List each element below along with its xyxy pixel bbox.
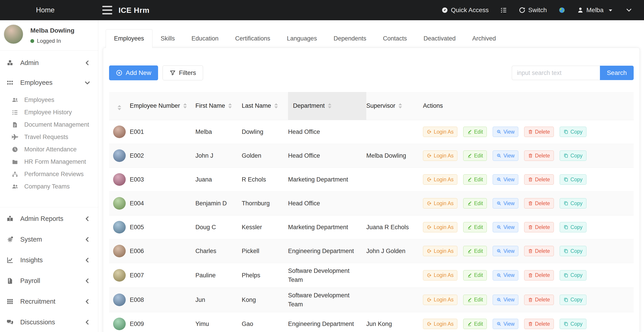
login-button[interactable]: Login As — [423, 198, 457, 208]
delete-button[interactable]: Delete — [524, 127, 554, 137]
delete-button[interactable]: Delete — [524, 198, 554, 208]
login-button[interactable]: Login As — [423, 127, 457, 137]
login-button[interactable]: Login As — [423, 319, 457, 329]
sidebar-item-payroll[interactable]: Payroll — [0, 270, 98, 291]
sidebar-subitem-document-management[interactable]: Document Management — [0, 118, 98, 131]
delete-button[interactable]: Delete — [524, 174, 554, 185]
column-header-supervisor[interactable]: Supervisor — [366, 92, 423, 120]
tab-languages[interactable]: Languages — [278, 29, 325, 48]
view-button[interactable]: View — [493, 174, 518, 185]
delete-button[interactable]: Delete — [524, 222, 554, 232]
language-globe-button[interactable] — [558, 7, 565, 14]
edit-button[interactable]: Edit — [463, 127, 487, 137]
sidebar-item-employees[interactable]: Employees — [0, 73, 98, 92]
column-header-employee-number[interactable]: Employee Number — [130, 92, 196, 120]
delete-button[interactable]: Delete — [524, 270, 554, 280]
department-cell: Engineering Department — [288, 239, 366, 263]
view-icon — [496, 153, 502, 158]
employee-number-cell: E008 — [130, 288, 196, 312]
copy-button[interactable]: Copy — [560, 270, 586, 280]
tab-deactivated[interactable]: Deactivated — [415, 29, 464, 48]
edit-button[interactable]: Edit — [463, 222, 487, 232]
collapse-navbar-chevron[interactable] — [626, 7, 632, 14]
column-header-last-name[interactable]: Last Name — [242, 92, 288, 120]
last-name-cell: Phelps — [242, 263, 288, 288]
login-button[interactable]: Login As — [423, 270, 457, 280]
view-button[interactable]: View — [493, 127, 518, 137]
department-cell: Marketing Department — [288, 168, 366, 192]
quick-access-button[interactable]: Quick Access — [442, 6, 488, 14]
edit-button[interactable]: Edit — [463, 246, 487, 256]
tasks-button[interactable] — [500, 7, 507, 14]
view-button[interactable]: View — [493, 150, 518, 161]
login-button[interactable]: Login As — [423, 246, 457, 256]
department-cell: Head Office — [288, 120, 366, 144]
action-label: Login As — [434, 176, 454, 183]
view-button[interactable]: View — [493, 319, 518, 329]
sidebar-subitem-hr-form-management[interactable]: HR Form Management — [0, 156, 98, 168]
tab-education[interactable]: Education — [183, 29, 227, 48]
copy-button[interactable]: Copy — [560, 319, 586, 329]
column-header-avatar[interactable] — [109, 92, 130, 120]
edit-button[interactable]: Edit — [463, 319, 487, 329]
sidebar-subitem-travel-requests[interactable]: Travel Requests — [0, 131, 98, 143]
sidebar-item-insights[interactable]: Insights — [0, 250, 98, 270]
copy-button[interactable]: Copy — [560, 295, 586, 305]
sidebar-item-system[interactable]: System — [0, 229, 98, 250]
first-name-cell: Yimu — [196, 312, 242, 332]
column-label: First Name — [196, 102, 225, 109]
sidebar-item-discussions[interactable]: Discussions — [0, 312, 98, 332]
copy-button[interactable]: Copy — [560, 127, 586, 137]
view-button[interactable]: View — [493, 198, 518, 208]
sidebar-subitem-performance-reviews[interactable]: Performance Reviews — [0, 168, 98, 180]
add-new-button[interactable]: Add New — [109, 66, 158, 80]
hamburger-menu-icon[interactable] — [102, 6, 112, 14]
copy-button[interactable]: Copy — [560, 174, 586, 185]
login-button[interactable]: Login As — [423, 150, 457, 161]
nav-home-link[interactable]: Home — [36, 0, 55, 20]
employee-avatar — [113, 197, 126, 210]
sidebar-item-recruitment[interactable]: Recruitment — [0, 291, 98, 312]
user-menu[interactable]: Melba — [577, 6, 614, 14]
edit-button[interactable]: Edit — [463, 270, 487, 280]
login-button[interactable]: Login As — [423, 222, 457, 232]
tab-certifications[interactable]: Certifications — [227, 29, 278, 48]
switch-button[interactable]: Switch — [519, 6, 547, 14]
edit-button[interactable]: Edit — [463, 174, 487, 185]
edit-button[interactable]: Edit — [463, 150, 487, 161]
tab-skills[interactable]: Skills — [152, 29, 183, 48]
action-label: Copy — [570, 200, 582, 206]
tab-dependents[interactable]: Dependents — [325, 29, 374, 48]
copy-button[interactable]: Copy — [560, 198, 586, 208]
filters-button[interactable]: Filters — [162, 66, 203, 80]
login-button[interactable]: Login As — [423, 174, 457, 185]
sidebar-subitem-employee-history[interactable]: Employee History — [0, 106, 98, 118]
delete-button[interactable]: Delete — [524, 319, 554, 329]
tab-archived[interactable]: Archived — [464, 29, 504, 48]
search-input[interactable] — [512, 66, 600, 80]
tab-employees[interactable]: Employees — [106, 29, 152, 48]
view-button[interactable]: View — [493, 246, 518, 256]
delete-button[interactable]: Delete — [524, 295, 554, 305]
sidebar-subitem-monitor-attendance[interactable]: Monitor Attendance — [0, 143, 98, 156]
edit-button[interactable]: Edit — [463, 198, 487, 208]
delete-button[interactable]: Delete — [524, 150, 554, 161]
sidebar-item-admin[interactable]: Admin — [0, 53, 98, 73]
column-header-first-name[interactable]: First Name — [196, 92, 242, 120]
copy-button[interactable]: Copy — [560, 246, 586, 256]
copy-button[interactable]: Copy — [560, 150, 586, 161]
column-header-department[interactable]: Department — [288, 92, 366, 120]
sidebar-subitem-company-teams[interactable]: Company Teams — [0, 180, 98, 193]
login-button[interactable]: Login As — [423, 295, 457, 305]
supervisor-cell — [366, 288, 423, 312]
view-button[interactable]: View — [493, 295, 518, 305]
view-button[interactable]: View — [493, 270, 518, 280]
tab-contacts[interactable]: Contacts — [374, 29, 415, 48]
sidebar-item-admin-reports[interactable]: Admin Reports — [0, 208, 98, 229]
view-button[interactable]: View — [493, 222, 518, 232]
sidebar-subitem-employees[interactable]: Employees — [0, 94, 98, 106]
edit-button[interactable]: Edit — [463, 295, 487, 305]
copy-button[interactable]: Copy — [560, 222, 586, 232]
search-button[interactable]: Search — [600, 66, 634, 80]
delete-button[interactable]: Delete — [524, 246, 554, 256]
